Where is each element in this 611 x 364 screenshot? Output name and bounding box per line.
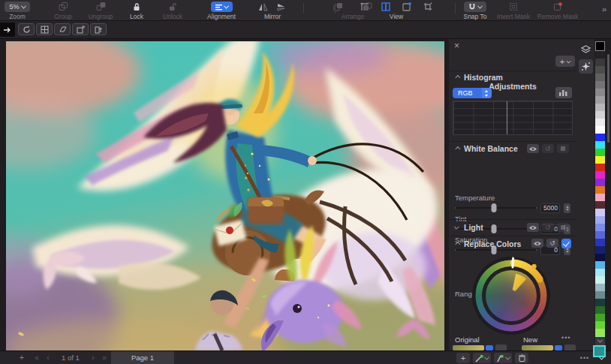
sample-pin-button[interactable] <box>494 353 512 363</box>
add-color-button[interactable]: + <box>456 353 470 363</box>
histogram-section-header[interactable]: Histogram <box>455 73 503 82</box>
snap-to-control[interactable]: Snap To <box>458 2 492 20</box>
color-swatch[interactable] <box>595 41 605 51</box>
color-swatch[interactable] <box>595 194 605 201</box>
replace-colors-checkbox[interactable] <box>561 239 571 248</box>
unlock-button[interactable]: Unlock <box>155 2 191 20</box>
replace-colors-more-button[interactable]: ••• <box>561 334 570 341</box>
slider-track[interactable] <box>455 249 537 251</box>
color-swatch[interactable] <box>595 276 605 284</box>
current-color-well[interactable] <box>593 345 606 357</box>
color-swatch[interactable] <box>595 89 605 96</box>
rotate-tool-button[interactable] <box>18 23 35 35</box>
color-swatch[interactable] <box>595 291 605 299</box>
add-page-button[interactable]: + <box>17 351 27 364</box>
ungroup-button[interactable]: Ungroup <box>81 2 120 20</box>
original-color-strip[interactable] <box>453 345 484 350</box>
alignment-dropdown[interactable] <box>211 2 233 12</box>
new-color-pill[interactable] <box>555 345 562 350</box>
color-swatch[interactable] <box>595 164 605 171</box>
color-swatch[interactable] <box>595 74 605 81</box>
color-swatch[interactable] <box>595 284 605 291</box>
color-swatch[interactable] <box>595 261 605 269</box>
color-swatch[interactable] <box>595 96 605 104</box>
light-reset-button[interactable]: ↺ <box>542 223 554 232</box>
slider-stepper[interactable] <box>564 203 570 213</box>
transform-tool-button[interactable] <box>72 23 89 35</box>
white-balance-visibility-button[interactable] <box>527 144 539 153</box>
color-swatch[interactable] <box>595 149 605 156</box>
color-swatch[interactable] <box>595 51 605 59</box>
white-balance-options-button[interactable] <box>557 144 569 153</box>
color-swatch[interactable] <box>595 119 605 126</box>
slider-thumb[interactable] <box>492 203 497 212</box>
color-range-wheel[interactable] <box>475 260 547 332</box>
snap-to-dropdown[interactable] <box>464 2 486 12</box>
color-swatch[interactable] <box>595 156 605 164</box>
color-swatch[interactable] <box>595 314 605 321</box>
replace-colors-reset-button[interactable]: ↺ <box>546 239 558 248</box>
canvas[interactable] <box>6 41 444 350</box>
flip-horizontal-icon[interactable] <box>258 3 268 11</box>
panel-close-button[interactable]: × <box>454 41 459 50</box>
flip-vertical-icon[interactable] <box>277 3 287 11</box>
color-swatch[interactable] <box>595 134 605 141</box>
color-swatch[interactable] <box>595 81 605 89</box>
zoom-dropdown[interactable]: 5% <box>5 2 29 12</box>
last-page-button[interactable]: » <box>99 351 110 364</box>
color-swatch[interactable] <box>595 141 605 149</box>
add-adjustment-button[interactable]: + <box>555 56 575 67</box>
crop-frame-icon[interactable] <box>423 2 432 11</box>
slider-thumb[interactable] <box>492 224 497 233</box>
layers-icon[interactable] <box>581 45 591 54</box>
first-page-button[interactable]: « <box>32 351 42 364</box>
histogram-style-button[interactable] <box>555 87 572 98</box>
color-swatch[interactable] <box>595 224 605 231</box>
color-swatch[interactable] <box>595 186 605 194</box>
color-swatch[interactable] <box>595 321 605 329</box>
white-balance-section-header[interactable]: White Balance <box>455 144 518 153</box>
adjustments-tab-button[interactable] <box>579 59 593 74</box>
color-swatch[interactable] <box>595 269 605 276</box>
color-swatch[interactable] <box>595 59 605 66</box>
next-page-button[interactable]: › <box>89 351 98 364</box>
slider-track[interactable] <box>455 207 537 209</box>
replace-colors-visibility-button[interactable] <box>531 239 543 248</box>
statusbar-more-button[interactable]: ••• <box>578 351 591 364</box>
color-swatch[interactable] <box>595 179 605 186</box>
slider-value-input[interactable]: 5000 <box>540 203 560 213</box>
histogram-channel-dropdown[interactable]: RGB <box>453 88 492 98</box>
white-balance-reset-button[interactable]: ↺ <box>542 144 554 153</box>
color-swatch[interactable] <box>595 306 605 314</box>
group-button[interactable]: Group <box>47 2 80 20</box>
alignment-control[interactable]: Alignment <box>194 2 249 20</box>
color-swatch[interactable] <box>595 254 605 261</box>
snap-guides-icon[interactable] <box>402 2 411 11</box>
swatch-scroll-button[interactable] <box>595 337 605 345</box>
color-swatch[interactable] <box>595 201 605 209</box>
color-swatch[interactable] <box>595 329 605 336</box>
layout-columns-icon[interactable] <box>381 2 390 11</box>
light-visibility-button[interactable] <box>527 223 539 232</box>
remove-mask-button[interactable]: Remove Mask <box>534 2 581 20</box>
color-swatch[interactable] <box>595 126 605 134</box>
replace-colors-section-header[interactable]: Replace Colors <box>455 239 521 248</box>
color-swatch[interactable] <box>595 66 605 74</box>
invert-mask-button[interactable]: Invert Mask <box>494 2 533 20</box>
color-swatch[interactable] <box>595 171 605 179</box>
delete-color-button[interactable] <box>515 353 528 363</box>
panel-scrollbar[interactable] <box>607 54 609 143</box>
original-color-pill[interactable] <box>486 345 493 350</box>
zoom-control[interactable]: 5% Zoom <box>0 2 39 20</box>
lock-button[interactable]: Lock <box>122 2 152 20</box>
color-swatch[interactable] <box>595 231 605 239</box>
freeform-tool-button[interactable] <box>54 23 71 35</box>
color-swatch[interactable] <box>595 111 605 119</box>
color-swatch[interactable] <box>595 216 605 224</box>
new-color-strip[interactable] <box>522 345 553 350</box>
move-tool-button[interactable] <box>0 23 15 37</box>
color-swatch[interactable] <box>595 209 605 216</box>
light-options-button[interactable] <box>557 223 569 232</box>
guides-icon[interactable] <box>360 2 369 11</box>
flip-tool-button[interactable] <box>90 23 107 35</box>
